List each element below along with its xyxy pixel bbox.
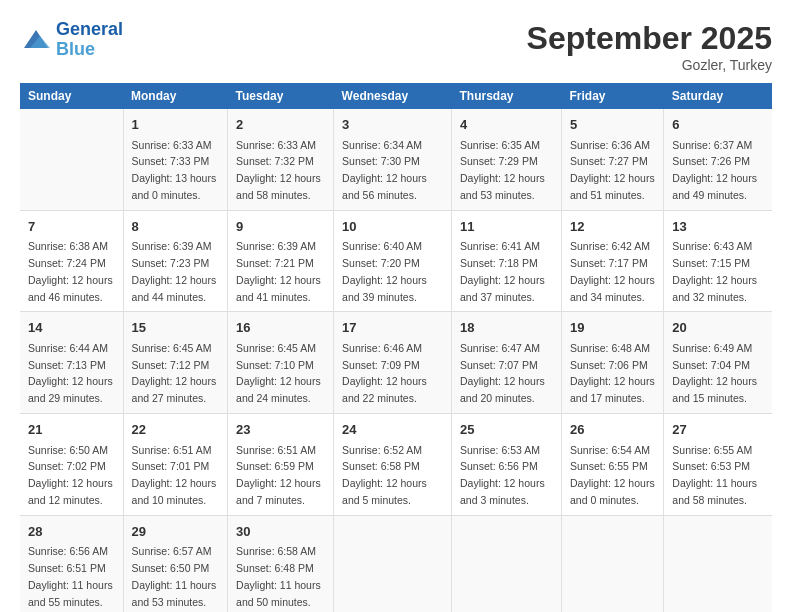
calendar-week-5: 28Sunrise: 6:56 AMSunset: 6:51 PMDayligh… <box>20 515 772 612</box>
day-info: Sunrise: 6:52 AMSunset: 6:58 PMDaylight:… <box>342 442 443 509</box>
sunrise-text: Sunrise: 6:39 AM <box>236 238 325 255</box>
sunrise-text: Sunrise: 6:48 AM <box>570 340 655 357</box>
day-number: 15 <box>132 318 220 338</box>
day-info: Sunrise: 6:33 AMSunset: 7:32 PMDaylight:… <box>236 137 325 204</box>
daylight-text: Daylight: 12 hours and 20 minutes. <box>460 373 553 407</box>
col-header-saturday: Saturday <box>664 83 772 109</box>
day-number: 23 <box>236 420 325 440</box>
day-number: 21 <box>28 420 115 440</box>
day-info: Sunrise: 6:54 AMSunset: 6:55 PMDaylight:… <box>570 442 655 509</box>
sunrise-text: Sunrise: 6:55 AM <box>672 442 764 459</box>
calendar-cell: 23Sunrise: 6:51 AMSunset: 6:59 PMDayligh… <box>228 414 334 516</box>
day-info: Sunrise: 6:41 AMSunset: 7:18 PMDaylight:… <box>460 238 553 305</box>
daylight-text: Daylight: 12 hours and 10 minutes. <box>132 475 220 509</box>
col-header-wednesday: Wednesday <box>334 83 452 109</box>
daylight-text: Daylight: 12 hours and 58 minutes. <box>236 170 325 204</box>
sunset-text: Sunset: 7:18 PM <box>460 255 553 272</box>
daylight-text: Daylight: 12 hours and 56 minutes. <box>342 170 443 204</box>
day-info: Sunrise: 6:50 AMSunset: 7:02 PMDaylight:… <box>28 442 115 509</box>
sunset-text: Sunset: 6:48 PM <box>236 560 325 577</box>
sunrise-text: Sunrise: 6:33 AM <box>236 137 325 154</box>
sunset-text: Sunset: 7:17 PM <box>570 255 655 272</box>
day-info: Sunrise: 6:56 AMSunset: 6:51 PMDaylight:… <box>28 543 115 610</box>
daylight-text: Daylight: 12 hours and 24 minutes. <box>236 373 325 407</box>
calendar-cell: 26Sunrise: 6:54 AMSunset: 6:55 PMDayligh… <box>562 414 664 516</box>
sunset-text: Sunset: 7:20 PM <box>342 255 443 272</box>
calendar-cell: 9Sunrise: 6:39 AMSunset: 7:21 PMDaylight… <box>228 210 334 312</box>
day-info: Sunrise: 6:39 AMSunset: 7:21 PMDaylight:… <box>236 238 325 305</box>
calendar-cell: 4Sunrise: 6:35 AMSunset: 7:29 PMDaylight… <box>452 109 562 210</box>
day-number: 3 <box>342 115 443 135</box>
calendar-cell: 25Sunrise: 6:53 AMSunset: 6:56 PMDayligh… <box>452 414 562 516</box>
day-info: Sunrise: 6:47 AMSunset: 7:07 PMDaylight:… <box>460 340 553 407</box>
daylight-text: Daylight: 12 hours and 7 minutes. <box>236 475 325 509</box>
calendar-cell <box>562 515 664 612</box>
day-number: 10 <box>342 217 443 237</box>
calendar-cell <box>664 515 772 612</box>
day-number: 17 <box>342 318 443 338</box>
day-number: 26 <box>570 420 655 440</box>
daylight-text: Daylight: 12 hours and 29 minutes. <box>28 373 115 407</box>
sunrise-text: Sunrise: 6:34 AM <box>342 137 443 154</box>
day-number: 4 <box>460 115 553 135</box>
calendar-cell: 5Sunrise: 6:36 AMSunset: 7:27 PMDaylight… <box>562 109 664 210</box>
sunset-text: Sunset: 7:30 PM <box>342 153 443 170</box>
daylight-text: Daylight: 12 hours and 37 minutes. <box>460 272 553 306</box>
calendar-cell <box>452 515 562 612</box>
day-info: Sunrise: 6:34 AMSunset: 7:30 PMDaylight:… <box>342 137 443 204</box>
calendar-table: SundayMondayTuesdayWednesdayThursdayFrid… <box>20 83 772 612</box>
daylight-text: Daylight: 12 hours and 49 minutes. <box>672 170 764 204</box>
daylight-text: Daylight: 13 hours and 0 minutes. <box>132 170 220 204</box>
sunrise-text: Sunrise: 6:58 AM <box>236 543 325 560</box>
sunset-text: Sunset: 6:55 PM <box>570 458 655 475</box>
sunset-text: Sunset: 7:12 PM <box>132 357 220 374</box>
sunset-text: Sunset: 7:10 PM <box>236 357 325 374</box>
logo-general: General <box>56 19 123 39</box>
calendar-header: SundayMondayTuesdayWednesdayThursdayFrid… <box>20 83 772 109</box>
sunset-text: Sunset: 7:32 PM <box>236 153 325 170</box>
sunset-text: Sunset: 7:29 PM <box>460 153 553 170</box>
day-number: 6 <box>672 115 764 135</box>
day-number: 18 <box>460 318 553 338</box>
calendar-cell: 3Sunrise: 6:34 AMSunset: 7:30 PMDaylight… <box>334 109 452 210</box>
day-number: 22 <box>132 420 220 440</box>
sunrise-text: Sunrise: 6:39 AM <box>132 238 220 255</box>
day-number: 1 <box>132 115 220 135</box>
col-header-thursday: Thursday <box>452 83 562 109</box>
day-number: 16 <box>236 318 325 338</box>
calendar-cell: 19Sunrise: 6:48 AMSunset: 7:06 PMDayligh… <box>562 312 664 414</box>
day-number: 25 <box>460 420 553 440</box>
sunset-text: Sunset: 6:50 PM <box>132 560 220 577</box>
sunset-text: Sunset: 6:53 PM <box>672 458 764 475</box>
sunrise-text: Sunrise: 6:38 AM <box>28 238 115 255</box>
day-info: Sunrise: 6:51 AMSunset: 6:59 PMDaylight:… <box>236 442 325 509</box>
calendar-cell: 6Sunrise: 6:37 AMSunset: 7:26 PMDaylight… <box>664 109 772 210</box>
daylight-text: Daylight: 12 hours and 3 minutes. <box>460 475 553 509</box>
sunset-text: Sunset: 7:23 PM <box>132 255 220 272</box>
page-header: General Blue September 2025 Gozler, Turk… <box>20 20 772 73</box>
sunset-text: Sunset: 7:15 PM <box>672 255 764 272</box>
day-info: Sunrise: 6:46 AMSunset: 7:09 PMDaylight:… <box>342 340 443 407</box>
daylight-text: Daylight: 12 hours and 5 minutes. <box>342 475 443 509</box>
day-info: Sunrise: 6:42 AMSunset: 7:17 PMDaylight:… <box>570 238 655 305</box>
sunset-text: Sunset: 7:04 PM <box>672 357 764 374</box>
day-number: 9 <box>236 217 325 237</box>
calendar-cell: 15Sunrise: 6:45 AMSunset: 7:12 PMDayligh… <box>123 312 228 414</box>
day-info: Sunrise: 6:45 AMSunset: 7:10 PMDaylight:… <box>236 340 325 407</box>
sunrise-text: Sunrise: 6:53 AM <box>460 442 553 459</box>
daylight-text: Daylight: 11 hours and 58 minutes. <box>672 475 764 509</box>
day-number: 29 <box>132 522 220 542</box>
day-info: Sunrise: 6:44 AMSunset: 7:13 PMDaylight:… <box>28 340 115 407</box>
sunrise-text: Sunrise: 6:46 AM <box>342 340 443 357</box>
day-info: Sunrise: 6:51 AMSunset: 7:01 PMDaylight:… <box>132 442 220 509</box>
sunrise-text: Sunrise: 6:49 AM <box>672 340 764 357</box>
calendar-cell: 21Sunrise: 6:50 AMSunset: 7:02 PMDayligh… <box>20 414 123 516</box>
day-number: 5 <box>570 115 655 135</box>
calendar-cell: 22Sunrise: 6:51 AMSunset: 7:01 PMDayligh… <box>123 414 228 516</box>
calendar-cell: 2Sunrise: 6:33 AMSunset: 7:32 PMDaylight… <box>228 109 334 210</box>
day-number: 7 <box>28 217 115 237</box>
calendar-cell: 16Sunrise: 6:45 AMSunset: 7:10 PMDayligh… <box>228 312 334 414</box>
calendar-cell: 20Sunrise: 6:49 AMSunset: 7:04 PMDayligh… <box>664 312 772 414</box>
sunrise-text: Sunrise: 6:45 AM <box>236 340 325 357</box>
day-info: Sunrise: 6:38 AMSunset: 7:24 PMDaylight:… <box>28 238 115 305</box>
